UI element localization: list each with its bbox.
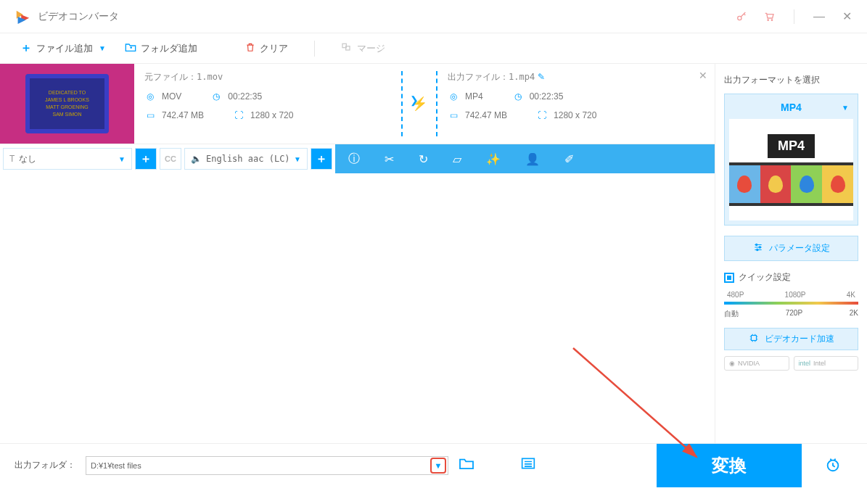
subtitle-edit-icon[interactable]: ✐	[564, 152, 574, 166]
convert-button[interactable]: 変換	[657, 444, 802, 487]
source-duration: 00:22:35	[228, 91, 262, 102]
remove-file-button[interactable]: ✕	[699, 70, 707, 81]
disc-icon: ◎	[144, 91, 156, 102]
subtitle-dropdown[interactable]: T なし ▼	[3, 148, 132, 170]
convert-label: 変換	[712, 454, 747, 477]
output-folder-field[interactable]: D:¥1¥test files ▼	[86, 456, 448, 475]
chevron-down-icon: ▼	[118, 155, 126, 163]
source-resolution: 1280 x 720	[250, 110, 293, 120]
selected-format: MP4	[781, 102, 802, 113]
chevron-down-icon: ▼	[99, 44, 106, 52]
crop-icon[interactable]: ▱	[453, 152, 461, 166]
folder-icon: ▭	[448, 110, 459, 121]
resolution-scale-top: 480P 1080P 4K	[724, 291, 858, 299]
gpu-acceleration-label: ビデオカード加速	[765, 333, 834, 345]
output-format: MP4	[465, 91, 483, 102]
output-folder-label: 出力フォルダ：	[15, 459, 75, 471]
source-size: 742.47 MB	[162, 110, 204, 120]
speaker-icon: 🔈	[191, 154, 202, 164]
effects-icon[interactable]: ✨	[486, 152, 501, 166]
merge-icon	[341, 42, 353, 54]
clock-icon: ◷	[512, 91, 524, 102]
gpu-acceleration-button[interactable]: ビデオカード加速	[724, 328, 858, 350]
merge-label: マージ	[357, 42, 385, 55]
add-folder-label: フォルダ追加	[141, 42, 197, 55]
output-format-title: 出力フォーマットを選択	[724, 74, 858, 86]
edit-name-button[interactable]: ✎	[538, 72, 545, 82]
dimensions-icon: ⛶	[536, 110, 548, 121]
schedule-button[interactable]	[825, 457, 841, 476]
watermark-icon[interactable]: 👤	[525, 152, 540, 166]
svg-point-1	[768, 20, 768, 20]
plus-icon: ＋	[20, 41, 32, 56]
separator	[314, 41, 315, 57]
svg-rect-8	[751, 336, 756, 341]
chevron-down-icon: ▼	[842, 104, 849, 112]
source-file-name: 1.mov	[197, 72, 223, 82]
open-folder-button[interactable]	[459, 457, 474, 474]
close-button[interactable]: ✕	[841, 11, 852, 22]
cc-button[interactable]: CC	[160, 148, 181, 170]
intel-badge: intelIntel	[794, 356, 859, 371]
svg-point-5	[755, 244, 757, 245]
trash-icon	[245, 42, 255, 54]
file-item: DEDICATED TO JAMES L BROOKS MATT GROENIN…	[0, 64, 715, 144]
folder-plus-icon	[125, 42, 136, 54]
add-subtitle-button[interactable]: ＋	[135, 148, 157, 170]
cart-icon[interactable]	[763, 11, 775, 22]
svg-point-6	[759, 247, 760, 248]
svg-point-7	[756, 249, 757, 250]
output-duration: 00:22:35	[530, 91, 564, 102]
output-folder-dropdown[interactable]: ▼	[430, 458, 446, 474]
output-folder-value: D:¥1¥test files	[91, 461, 141, 470]
clear-button[interactable]: クリア	[239, 39, 294, 58]
rotate-icon[interactable]: ↻	[419, 152, 428, 166]
svg-point-0	[738, 16, 741, 20]
resolution-scale-bottom: 自動 720P 2K	[724, 309, 858, 319]
list-view-button[interactable]	[521, 457, 535, 474]
cut-icon[interactable]: ✂	[385, 152, 394, 166]
clear-label: クリア	[260, 42, 288, 55]
folder-icon: ▭	[144, 110, 156, 121]
app-title: ビデオコンバータ	[38, 10, 736, 23]
output-format-card[interactable]: MP4 ▼ MP4	[724, 94, 858, 226]
merge-button[interactable]: マージ	[335, 39, 391, 58]
format-preview: MP4	[729, 119, 853, 220]
dimensions-icon: ⛶	[233, 110, 245, 121]
info-icon[interactable]: ⓘ	[348, 152, 360, 167]
key-icon[interactable]	[736, 11, 747, 22]
source-format: MOV	[162, 91, 181, 102]
output-file-name: 1.mp4	[509, 72, 535, 82]
edit-tool-strip: ⓘ ✂ ↻ ▱ ✨ 👤 ✐	[335, 144, 715, 173]
video-thumbnail[interactable]: DEDICATED TO JAMES L BROOKS MATT GROENIN…	[0, 64, 134, 144]
audio-value: English aac (LC)	[206, 154, 290, 164]
resolution-slider[interactable]	[724, 302, 858, 305]
quick-settings-label: クイック設定	[739, 271, 791, 284]
clock-icon: ◷	[210, 91, 222, 102]
text-icon: T	[9, 154, 15, 164]
app-logo-icon	[15, 9, 30, 25]
source-file-label: 元ファイル：	[144, 72, 197, 82]
add-file-label: ファイル追加	[36, 42, 93, 55]
parameter-settings-label: パラメータ設定	[769, 242, 830, 255]
sliders-icon	[753, 242, 763, 255]
chip-icon	[749, 333, 759, 345]
thumbnail-text: DEDICATED TO JAMES L BROOKS MATT GROENIN…	[45, 89, 89, 117]
disc-icon: ◎	[448, 91, 459, 102]
output-file-label: 出力ファイル：	[448, 72, 509, 82]
mp4-badge: MP4	[768, 134, 815, 158]
parameter-settings-button[interactable]: パラメータ設定	[724, 236, 858, 261]
add-file-button[interactable]: ＋ ファイル追加 ▼	[15, 38, 112, 59]
chevron-down-icon: ▼	[294, 155, 301, 163]
nvidia-badge: ◉NVIDIA	[724, 356, 789, 371]
audio-dropdown[interactable]: 🔈 English aac (LC) ▼	[184, 148, 308, 170]
output-size: 742.47 MB	[465, 110, 507, 120]
add-folder-button[interactable]: フォルダ追加	[119, 39, 203, 58]
add-audio-button[interactable]: ＋	[311, 148, 332, 170]
quick-settings-title: クイック設定	[724, 271, 858, 284]
minimize-button[interactable]: —	[813, 11, 825, 22]
convert-arrow: ❯ ⚡	[401, 71, 437, 136]
subtitle-value: なし	[19, 153, 36, 165]
svg-point-2	[771, 20, 772, 20]
output-resolution: 1280 x 720	[554, 110, 596, 120]
